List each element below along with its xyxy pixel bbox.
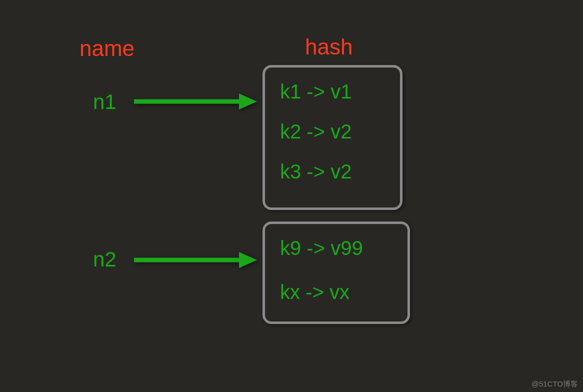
name-column-header: name [80, 36, 134, 61]
hash-entry: k1 -> v1 [280, 82, 385, 102]
svg-marker-3 [239, 252, 257, 268]
name-n1: n1 [93, 90, 116, 114]
hash-entry: k3 -> v2 [280, 162, 385, 182]
arrow-icon [133, 249, 258, 271]
hash-entry: kx -> vx [280, 282, 392, 302]
svg-marker-1 [239, 94, 257, 110]
hash-entry: k2 -> v2 [280, 122, 385, 142]
name-n2: n2 [93, 248, 116, 272]
watermark: @51CTO博客 [532, 380, 578, 389]
hash-box-2: k9 -> v99 kx -> vx [262, 222, 410, 324]
hash-entry: k9 -> v99 [280, 238, 392, 258]
hash-box-1: k1 -> v1 k2 -> v2 k3 -> v2 [262, 65, 402, 210]
arrow-icon [133, 90, 258, 112]
hash-column-header: hash [305, 34, 352, 60]
